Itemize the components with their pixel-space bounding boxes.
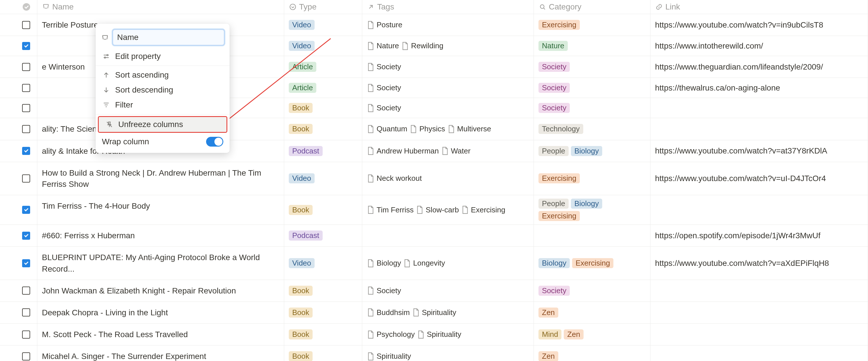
category-cell[interactable]: Society: [534, 78, 650, 98]
category-cell[interactable]: [534, 225, 650, 246]
name-cell[interactable]: BLUEPRINT UPDATE: My Anti-Aging Protocol…: [37, 247, 284, 279]
row-checkbox[interactable]: [22, 206, 30, 214]
tags-cell[interactable]: Posture: [362, 14, 534, 36]
table-row[interactable]: Deepak Chopra - Living in the LightBookB…: [0, 302, 868, 324]
link-cell[interactable]: [650, 324, 868, 345]
tag-chip[interactable]: Neck workout: [367, 174, 422, 183]
table-row[interactable]: John Wackman & Elizabeth Knight - Repair…: [0, 280, 868, 302]
category-cell[interactable]: Society: [534, 280, 650, 302]
tag-chip[interactable]: Buddhsim: [367, 308, 410, 317]
tags-cell[interactable]: Society: [362, 56, 534, 78]
row-checkbox[interactable]: [22, 286, 30, 295]
row-checkbox[interactable]: [22, 42, 30, 50]
tags-cell[interactable]: Tim FerrissSlow-carbExercising: [362, 195, 534, 224]
name-cell[interactable]: #660: Ferriss x Huberman: [37, 225, 284, 246]
tag-chip[interactable]: Nature: [367, 41, 399, 50]
tag-chip[interactable]: Biology: [367, 259, 401, 268]
tags-cell[interactable]: BiologyLongevity: [362, 247, 534, 279]
type-cell[interactable]: Book: [284, 345, 362, 361]
edit-property-item[interactable]: Edit property: [96, 49, 229, 64]
header-category[interactable]: Category: [534, 0, 650, 14]
link-cell[interactable]: https://www.theguardian.com/lifeandstyle…: [650, 56, 868, 78]
row-checkbox[interactable]: [22, 232, 30, 240]
link-cell[interactable]: https://www.youtube.com/watch?v=in9ubCil…: [650, 14, 868, 36]
table-row[interactable]: BLUEPRINT UPDATE: My Anti-Aging Protocol…: [0, 247, 868, 280]
tags-cell[interactable]: QuantumPhysicsMultiverse: [362, 118, 534, 140]
row-checkbox[interactable]: [22, 104, 30, 112]
row-checkbox[interactable]: [22, 352, 30, 360]
tags-cell[interactable]: PsychologySpirituality: [362, 324, 534, 345]
tags-cell[interactable]: Andrew HubermanWater: [362, 140, 534, 162]
type-cell[interactable]: Book: [284, 324, 362, 345]
tag-chip[interactable]: Spirituality: [367, 352, 411, 361]
link-cell[interactable]: https://www.youtube.com/watch?v=at37Y8rK…: [650, 140, 868, 162]
row-checkbox[interactable]: [22, 84, 30, 92]
link-cell[interactable]: [650, 302, 868, 323]
tag-chip[interactable]: Physics: [410, 124, 445, 133]
tag-chip[interactable]: Society: [367, 286, 401, 295]
tags-cell[interactable]: [362, 225, 534, 246]
tags-cell[interactable]: BuddhsimSpirituality: [362, 302, 534, 323]
category-cell[interactable]: Technology: [534, 118, 650, 140]
tags-cell[interactable]: Society: [362, 98, 534, 118]
category-cell[interactable]: BiologyExercising: [534, 247, 650, 279]
name-cell[interactable]: Micahel A. Singer - The Surrender Experi…: [37, 345, 284, 361]
header-tags[interactable]: Tags: [362, 0, 534, 14]
column-name-input[interactable]: [113, 29, 224, 46]
type-cell[interactable]: Article: [284, 56, 362, 78]
row-checkbox[interactable]: [22, 63, 30, 71]
link-cell[interactable]: [650, 98, 868, 118]
type-cell[interactable]: Book: [284, 280, 362, 302]
type-cell[interactable]: Video: [284, 162, 362, 195]
link-cell[interactable]: https://open.spotify.com/episode/1jWr4r3…: [650, 225, 868, 246]
tag-chip[interactable]: Society: [367, 83, 401, 92]
tags-cell[interactable]: Society: [362, 78, 534, 98]
table-row[interactable]: #660: Ferriss x HubermanPodcasthttps://o…: [0, 225, 868, 247]
tag-chip[interactable]: Tim Ferriss: [367, 205, 414, 215]
type-cell[interactable]: Book: [284, 195, 362, 224]
link-cell[interactable]: [650, 195, 868, 224]
tag-chip[interactable]: Andrew Huberman: [367, 146, 439, 156]
link-cell[interactable]: https://www.intotherewild.com/: [650, 36, 868, 56]
link-cell[interactable]: https://www.youtube.com/watch?v=aXdEPiFl…: [650, 247, 868, 279]
type-cell[interactable]: Book: [284, 118, 362, 140]
header-name[interactable]: Name: [37, 0, 284, 14]
name-cell[interactable]: M. Scott Peck - The Road Less Travelled: [37, 324, 284, 345]
tags-cell[interactable]: Neck workout: [362, 162, 534, 195]
tags-cell[interactable]: NatureRewilding: [362, 36, 534, 56]
tag-chip[interactable]: Posture: [367, 20, 402, 29]
wrap-toggle[interactable]: [206, 137, 223, 146]
category-cell[interactable]: Nature: [534, 36, 650, 56]
tag-chip[interactable]: Slow-carb: [416, 205, 459, 215]
header-type[interactable]: Type: [284, 0, 362, 14]
name-cell[interactable]: John Wackman & Elizabeth Knight - Repair…: [37, 280, 284, 302]
table-row[interactable]: M. Scott Peck - The Road Less TravelledB…: [0, 324, 868, 345]
tags-cell[interactable]: Spirituality: [362, 345, 534, 361]
unfreeze-columns-item[interactable]: Unfreeze columns: [99, 117, 226, 132]
table-row[interactable]: Micahel A. Singer - The Surrender Experi…: [0, 345, 868, 361]
tag-chip[interactable]: Society: [367, 62, 401, 71]
row-checkbox[interactable]: [22, 331, 30, 339]
category-cell[interactable]: Society: [534, 98, 650, 118]
category-cell[interactable]: MindZen: [534, 324, 650, 345]
type-cell[interactable]: Video: [284, 247, 362, 279]
category-cell[interactable]: Zen: [534, 345, 650, 361]
type-cell[interactable]: Podcast: [284, 140, 362, 162]
row-checkbox[interactable]: [22, 21, 30, 29]
name-cell[interactable]: How to Build a Strong Neck | Dr. Andrew …: [37, 162, 284, 195]
type-cell[interactable]: Book: [284, 302, 362, 323]
type-cell[interactable]: Podcast: [284, 225, 362, 246]
header-link[interactable]: Link: [650, 0, 868, 14]
tag-chip[interactable]: Spirituality: [417, 330, 461, 339]
sort-ascending-item[interactable]: Sort ascending: [96, 67, 229, 82]
category-cell[interactable]: Exercising: [534, 162, 650, 195]
link-cell[interactable]: [650, 118, 868, 140]
name-cell[interactable]: Tim Ferriss - The 4-Hour Body: [37, 195, 284, 224]
category-cell[interactable]: Exercising: [534, 14, 650, 36]
row-checkbox[interactable]: [22, 308, 30, 316]
type-cell[interactable]: Article: [284, 78, 362, 98]
category-cell[interactable]: Society: [534, 56, 650, 78]
type-cell[interactable]: Book: [284, 98, 362, 118]
tag-chip[interactable]: Longevity: [403, 259, 445, 268]
sort-descending-item[interactable]: Sort descending: [96, 82, 229, 98]
